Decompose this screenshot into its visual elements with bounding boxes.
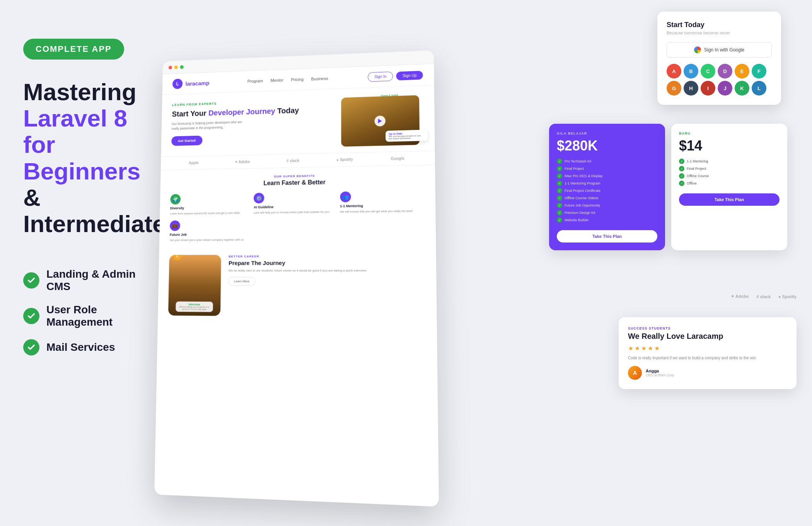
check-icon: ✓ xyxy=(557,159,562,164)
pricing-feature-1: ✓ Pro Techstack Kit xyxy=(557,159,657,164)
hero-title: Start Your Developer Journey Today xyxy=(172,105,333,119)
check-icon-landing xyxy=(23,272,39,289)
check-icon: ✓ xyxy=(557,188,562,193)
stars-row: ★ ★ ★ ★ ★ xyxy=(628,345,787,352)
avatar-7: G xyxy=(667,81,681,96)
check-icon: ✓ xyxy=(679,173,684,179)
pricing-feature-b1: ✓ 1-1 Mentoring xyxy=(679,159,780,164)
avatar-1: A xyxy=(667,64,681,79)
benefit-diversity: 🌍 Diversity Learn from anyone around the… xyxy=(170,193,249,216)
play-button[interactable] xyxy=(375,116,386,126)
star-3: ★ xyxy=(641,345,647,352)
take-plan-button-gila[interactable]: Take This Plan xyxy=(557,230,657,243)
logo-adobe: ✦ Adobe xyxy=(235,160,250,164)
diversity-icon: 🌍 xyxy=(170,194,181,205)
avatar-2: B xyxy=(684,64,698,79)
pricing-feature-b2: ✓ Final Project xyxy=(679,166,780,171)
check-icon-role xyxy=(23,308,39,324)
logo-right-adobe: ✦ Adobe xyxy=(731,294,749,299)
check-icon: ✓ xyxy=(557,210,562,215)
avatar-6: F xyxy=(752,64,766,79)
pricing-feature-b4: ✓ Offline xyxy=(679,181,780,186)
avatar-10: J xyxy=(718,81,732,96)
check-icon: ✓ xyxy=(557,195,562,201)
logo-slack: # slack xyxy=(287,159,299,163)
nav-actions: Sign In Sign Up xyxy=(368,70,423,82)
hero-cta-button[interactable]: Get Started xyxy=(171,135,202,146)
testimonial-panel: SUCCESS STUDENTS We Really Love Laracamp… xyxy=(619,317,797,389)
check-icon: ✓ xyxy=(679,181,684,186)
learn-more-button[interactable]: Learn More xyxy=(228,277,255,286)
hero-badge-uptodate: Up to Date We encourage people to use th… xyxy=(386,130,428,142)
pricing-feature-3: ✓ iMac Pro 2021 & Display xyxy=(557,173,657,179)
pricing-panel: GILA BELAJAR $280K ✓ Pro Techstack Kit ✓… xyxy=(549,124,797,250)
prepare-image: 1. Interview Before taking any program i… xyxy=(168,255,221,316)
headline-line1: Mastering xyxy=(23,79,136,105)
pricing-card-baru: BARU $14 ✓ 1-1 Mentoring ✓ Final Project… xyxy=(671,124,787,250)
google-signin-button[interactable]: Sign In with Google xyxy=(667,42,772,58)
nav-signin-button[interactable]: Sign In xyxy=(368,71,393,82)
headline-line4: Intermediate xyxy=(23,210,166,237)
feature-landing: Landing & Admin CMS xyxy=(23,268,147,293)
logo-spotify: ● Spotify xyxy=(336,157,353,162)
avatars-row: A B C D E F G H I J K L xyxy=(667,64,772,96)
nav-signup-button[interactable]: Sign Up xyxy=(396,70,423,80)
avatar-4: D xyxy=(718,64,732,79)
check-icon: ✓ xyxy=(557,173,562,179)
pricing-feature-2: ✓ Final Project xyxy=(557,166,657,171)
check-icon: ✓ xyxy=(679,159,684,164)
complete-app-badge: COMPLETE APP xyxy=(23,39,124,60)
ai-icon: ⚙️ xyxy=(254,193,264,203)
benefit-mentoring: 👥 1-1 Mentoring We will ensure that you … xyxy=(340,190,424,214)
job-icon: 💼 xyxy=(170,220,180,231)
prepare-section: 1. Interview Before taking any program i… xyxy=(158,248,437,324)
logo-icon: L xyxy=(172,79,183,89)
avatar-5: E xyxy=(735,64,749,79)
check-icon: ✓ xyxy=(557,181,562,186)
star-4: ★ xyxy=(648,345,653,352)
avatar-8: H xyxy=(684,81,698,96)
nav-links: Program Mentor Pricing Business xyxy=(247,76,328,84)
testimonial-author: A Angga CEO at BWA Corp xyxy=(628,366,787,380)
logo-right-slack: # slack xyxy=(756,294,771,299)
features-list: Landing & Admin CMS User Role Management… xyxy=(23,268,147,355)
pricing-feature-7: ✓ Future Job Opportunity xyxy=(557,203,657,208)
headline-line3-plain: Beginners xyxy=(23,158,140,184)
pricing-feature-4: ✓ 1-1 Mentoring Program xyxy=(557,181,657,186)
browser-content: L laracamp Program Mentor Pricing Busine… xyxy=(154,64,439,507)
pricing-card-gila: GILA BELAJAR $280K ✓ Pro Techstack Kit ✓… xyxy=(549,124,665,250)
benefit-ai: ⚙️ AI Guideline Lara will help you to ch… xyxy=(254,192,335,215)
browser-dot-minimize xyxy=(174,65,178,69)
check-icon: ✓ xyxy=(557,166,562,171)
hero-image-area: Great & Solid We help people how to fini… xyxy=(341,95,423,147)
logo-google: Google xyxy=(391,156,404,161)
browser-dot-maximize xyxy=(180,65,183,69)
hero-content: LEARN FROM EXPERTS Start Your Developer … xyxy=(171,98,333,150)
benefits-grid: 🌍 Diversity Learn from anyone around the… xyxy=(170,190,425,242)
pricing-feature-9: ✓ Website Builder xyxy=(557,217,657,223)
interview-badge: Interview Before taking any program it i… xyxy=(176,301,213,312)
benefits-section: OUR SUPER BENEFITS Learn Faster & Better… xyxy=(159,165,436,249)
check-icon: ✓ xyxy=(679,166,684,171)
svg-marker-0 xyxy=(378,119,382,123)
logo-apple: Apple xyxy=(189,161,199,165)
avatar-11: K xyxy=(735,81,749,96)
left-panel: COMPLETE APP Mastering Laravel 8 for Beg… xyxy=(0,0,166,526)
star-5: ★ xyxy=(654,345,660,352)
main-headline: Mastering Laravel 8 for Beginners & Inte… xyxy=(23,79,147,237)
benefit-job: 💼 Future Job Get your dream job in your … xyxy=(170,220,249,243)
check-icon: ✓ xyxy=(557,203,562,208)
site-logo: L laracamp xyxy=(172,78,210,89)
feature-mail: Mail Services xyxy=(23,339,147,355)
feature-role: User Role Management xyxy=(23,304,147,328)
pricing-feature-8: ✓ Premium Design Kit xyxy=(557,210,657,215)
author-avatar: A xyxy=(628,366,642,380)
take-plan-button-baru[interactable]: Take This Plan xyxy=(679,193,780,206)
google-icon xyxy=(694,46,701,53)
pricing-feature-5: ✓ Final Project Certificate xyxy=(557,188,657,193)
check-icon: ✓ xyxy=(557,217,562,223)
auth-card: Start Today Because tomorrow become neve… xyxy=(657,12,781,105)
logo-right-spotify: ● Spotify xyxy=(778,294,797,299)
star-2: ★ xyxy=(635,345,640,352)
avatar-12: L xyxy=(752,81,766,96)
